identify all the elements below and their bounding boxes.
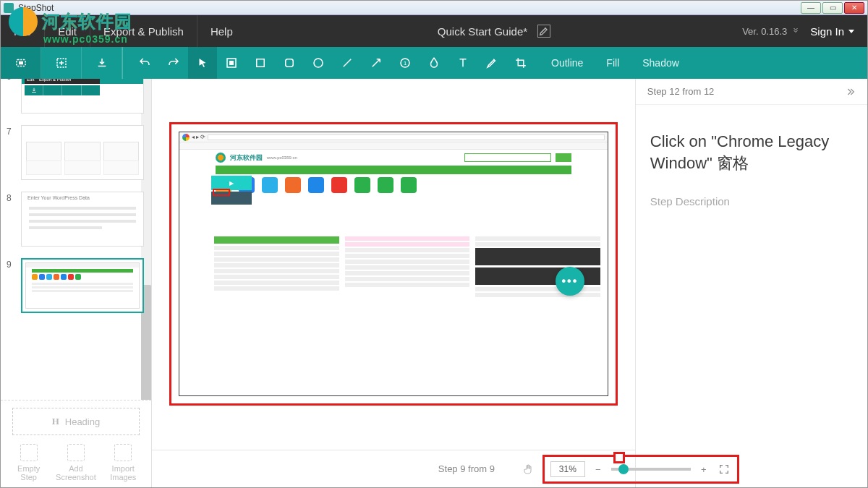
svg-rect-6 <box>286 59 294 67</box>
rounded-rect-tool[interactable] <box>275 47 304 79</box>
window-maximize-button[interactable]: ▭ <box>822 2 843 14</box>
svg-rect-5 <box>257 59 265 67</box>
import-images-button[interactable]: Import Images <box>101 444 145 481</box>
svg-text:1: 1 <box>404 60 407 67</box>
ellipse-tool[interactable] <box>304 47 333 79</box>
rectangle-tool[interactable] <box>246 47 275 79</box>
step-counter: Step 9 from 9 <box>438 463 495 474</box>
chevron-down-icon <box>848 30 854 33</box>
step-item[interactable]: 7 <box>1 121 151 187</box>
line-tool[interactable] <box>333 47 362 79</box>
step-counter-right: Step 12 from 12 <box>647 86 715 97</box>
zoom-controls: 31% − + <box>542 455 739 484</box>
highlight-tool[interactable] <box>477 47 506 79</box>
window-close-button[interactable]: ✕ <box>844 2 864 14</box>
annotation-rect-small <box>613 452 625 463</box>
step-description-input[interactable]: Step Description <box>636 179 867 223</box>
site-search <box>464 153 551 162</box>
browser-mock: ◂ ▸ ⟳ 河东软件园 www.pc0359.cn <box>179 132 608 395</box>
chrome-icon <box>182 134 190 141</box>
add-screenshot-button[interactable]: Add Screenshot <box>54 444 98 481</box>
undo-button[interactable] <box>130 47 159 79</box>
step-list-panel: 6 Edit Export & Publish 7 <box>1 79 152 487</box>
toolbar: 1 Outline Fill Shadow <box>1 47 867 79</box>
floating-action-button[interactable]: ••• <box>556 267 584 296</box>
step-number: 7 <box>7 125 15 180</box>
step-number: 8 <box>7 192 15 247</box>
properties-panel: Step 12 from 12 Click on "Chrome Legacy … <box>635 79 867 487</box>
redo-button[interactable] <box>159 47 188 79</box>
site-logo-icon <box>216 153 226 163</box>
collapse-panel-icon[interactable] <box>844 86 856 98</box>
canvas-area: ◂ ▸ ⟳ 河东软件园 www.pc0359.cn <box>152 79 635 487</box>
zoom-slider-knob[interactable] <box>618 464 629 474</box>
text-tool[interactable] <box>448 47 477 79</box>
menubar: File Edit Export & Publish Help Quick St… <box>1 15 867 47</box>
svg-rect-4 <box>229 61 234 65</box>
svg-rect-1 <box>19 61 23 65</box>
menu-export-publish[interactable]: Export & Publish <box>90 15 197 47</box>
import-button[interactable] <box>82 47 122 79</box>
select-tool[interactable] <box>188 47 217 79</box>
fill-style-button[interactable]: Fill <box>606 57 619 69</box>
step-number: 9 <box>7 258 15 313</box>
shadow-style-button[interactable]: Shadow <box>642 57 679 69</box>
step-item[interactable]: 8 Enter Your WordPress Data <box>1 187 151 254</box>
menu-file[interactable]: File <box>1 15 45 47</box>
crop-tool[interactable] <box>506 47 535 79</box>
add-heading-button[interactable]: H Heading <box>12 408 140 435</box>
step-box-tool[interactable] <box>217 47 246 79</box>
empty-step-button[interactable]: Empty Step <box>7 444 51 481</box>
titlebar: StepShot — ▭ ✕ <box>1 1 867 15</box>
document-name[interactable]: Quick Start Guide* <box>438 25 527 38</box>
zoom-slider[interactable] <box>611 468 691 471</box>
step-thumbnail: Enter Your WordPress Data <box>21 192 144 247</box>
screenshot-frame[interactable]: ◂ ▸ ⟳ 河东软件园 www.pc0359.cn <box>169 122 618 406</box>
step-thumbnail <box>21 258 144 313</box>
step-title-input[interactable]: Click on "Chrome Legacy Window" 窗格 <box>636 105 867 179</box>
edit-document-icon[interactable] <box>537 25 550 38</box>
menu-help[interactable]: Help <box>197 15 246 47</box>
blur-tool[interactable] <box>420 47 448 79</box>
annotation-rect <box>213 189 230 196</box>
menu-edit[interactable]: Edit <box>45 15 90 47</box>
add-step-button[interactable] <box>41 47 82 79</box>
step-thumbnail: Edit Export & Publish <box>21 79 144 114</box>
step-item[interactable]: 6 Edit Export & Publish <box>1 79 151 121</box>
capture-button[interactable] <box>1 47 41 79</box>
pan-hand-button[interactable] <box>521 461 537 477</box>
arrow-tool[interactable] <box>362 47 391 79</box>
site-name: 河东软件园 <box>230 153 263 163</box>
sequence-tool[interactable]: 1 <box>391 47 420 79</box>
app-title: StepShot <box>18 3 54 13</box>
version-label[interactable]: Ver. 0.16.3 <box>742 26 800 37</box>
svg-point-7 <box>314 59 323 67</box>
sign-in-button[interactable]: Sign In <box>810 25 854 38</box>
step-item-selected[interactable]: 9 <box>1 254 151 320</box>
site-nav <box>216 166 571 174</box>
window-minimize-button[interactable]: — <box>801 2 821 14</box>
step-thumbnail <box>21 125 144 180</box>
fit-screen-button[interactable] <box>717 462 731 476</box>
address-bar <box>208 134 605 140</box>
outline-style-button[interactable]: Outline <box>551 57 583 69</box>
zoom-out-button[interactable]: − <box>591 462 605 476</box>
status-bar: Step 9 from 9 31% − + <box>152 450 635 487</box>
zoom-in-button[interactable]: + <box>697 462 711 476</box>
site-search-button <box>556 153 571 162</box>
left-bottom-actions: H Heading Empty Step Add Screenshot Impo… <box>1 400 151 487</box>
step-number: 6 <box>7 79 15 114</box>
app-icon <box>4 3 14 13</box>
zoom-percent-input[interactable]: 31% <box>550 461 585 477</box>
